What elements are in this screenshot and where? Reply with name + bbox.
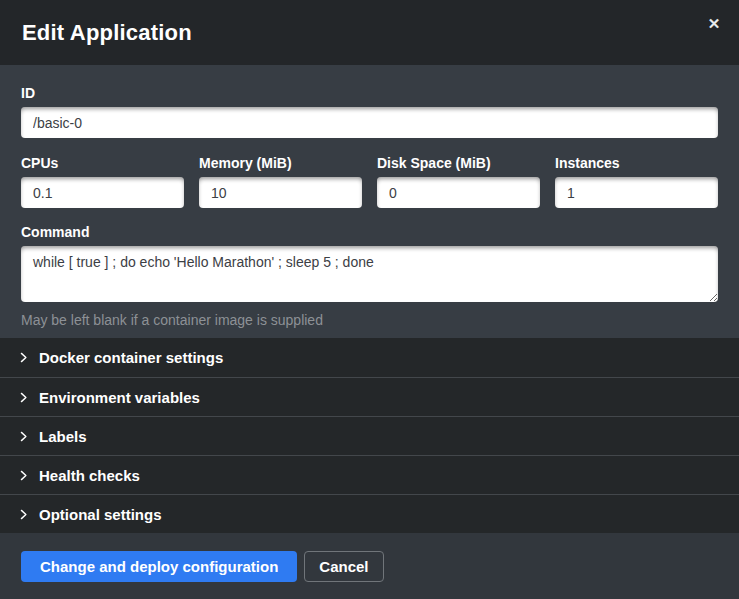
disk-input[interactable] xyxy=(377,177,540,208)
section-labels[interactable]: Labels xyxy=(0,416,739,455)
memory-label: Memory (MiB) xyxy=(199,155,362,171)
chevron-right-icon xyxy=(18,392,29,403)
chevron-right-icon xyxy=(18,509,29,520)
section-label: Health checks xyxy=(39,467,140,484)
resources-field-row: CPUs Memory (MiB) Disk Space (MiB) Insta… xyxy=(21,155,718,208)
change-and-deploy-button[interactable]: Change and deploy configuration xyxy=(21,551,297,582)
section-label: Labels xyxy=(39,428,87,445)
chevron-right-icon xyxy=(18,352,29,363)
edit-application-modal: Edit Application ✕ ID CPUs Memory (MiB) … xyxy=(0,0,739,599)
memory-input[interactable] xyxy=(199,177,362,208)
section-optional-settings[interactable]: Optional settings xyxy=(0,494,739,533)
modal-title: Edit Application xyxy=(22,20,192,46)
id-input[interactable] xyxy=(21,107,718,138)
section-label: Docker container settings xyxy=(39,349,223,366)
cancel-button[interactable]: Cancel xyxy=(304,551,383,582)
disk-field-group: Disk Space (MiB) xyxy=(377,155,540,208)
section-label: Optional settings xyxy=(39,506,162,523)
command-label: Command xyxy=(21,224,718,240)
instances-input[interactable] xyxy=(555,177,718,208)
command-textarea[interactable]: while [ true ] ; do echo 'Hello Marathon… xyxy=(21,246,718,302)
instances-field-group: Instances xyxy=(555,155,718,208)
cpus-field-group: CPUs xyxy=(21,155,184,208)
modal-header: Edit Application ✕ xyxy=(0,0,739,65)
id-field-group: ID xyxy=(21,85,718,138)
modal-body: ID CPUs Memory (MiB) Disk Space (MiB) In… xyxy=(0,65,739,338)
cpus-label: CPUs xyxy=(21,155,184,171)
accordion-sections: Docker container settings Environment va… xyxy=(0,338,739,533)
section-health-checks[interactable]: Health checks xyxy=(0,455,739,494)
command-help-text: May be left blank if a container image i… xyxy=(21,312,718,328)
disk-label: Disk Space (MiB) xyxy=(377,155,540,171)
chevron-right-icon xyxy=(18,431,29,442)
modal-footer: Change and deploy configuration Cancel xyxy=(0,533,739,599)
id-label: ID xyxy=(21,85,718,101)
section-label: Environment variables xyxy=(39,389,200,406)
instances-label: Instances xyxy=(555,155,718,171)
cpus-input[interactable] xyxy=(21,177,184,208)
section-environment-variables[interactable]: Environment variables xyxy=(0,377,739,416)
command-field-group: Command while [ true ] ; do echo 'Hello … xyxy=(21,224,718,328)
memory-field-group: Memory (MiB) xyxy=(199,155,362,208)
chevron-right-icon xyxy=(18,470,29,481)
section-docker-container-settings[interactable]: Docker container settings xyxy=(0,338,739,377)
close-icon[interactable]: ✕ xyxy=(703,13,725,35)
